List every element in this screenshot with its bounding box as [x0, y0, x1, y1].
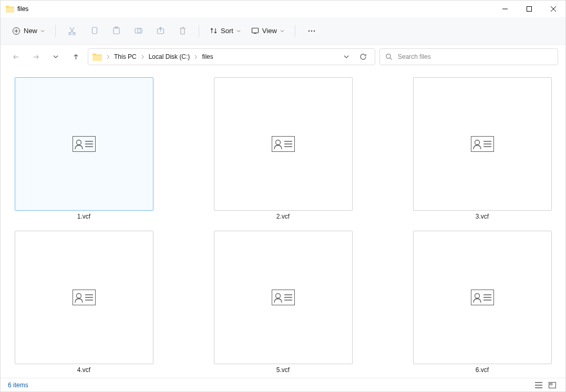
- toolbar: New: [1, 17, 565, 45]
- file-thumbnail: [15, 77, 153, 211]
- file-item[interactable]: 1.vcf: [8, 77, 160, 220]
- file-name: 4.vcf: [77, 366, 90, 374]
- breadcrumb-label: This PC: [114, 53, 137, 60]
- new-button[interactable]: New: [8, 24, 49, 38]
- file-thumbnail: [15, 231, 153, 364]
- search-input[interactable]: [398, 53, 552, 60]
- chevron-down-icon: [280, 29, 284, 33]
- file-item[interactable]: 2.vcf: [207, 77, 359, 220]
- cut-icon: [67, 26, 77, 36]
- chevron-down-icon: [344, 54, 349, 59]
- thumbnails-view-icon: [549, 382, 556, 388]
- recent-button[interactable]: [48, 49, 64, 65]
- toolbar-separator: [55, 25, 56, 37]
- search-icon: [385, 53, 393, 60]
- svg-point-12: [311, 30, 312, 31]
- folder-icon: [92, 53, 102, 61]
- delete-button[interactable]: [172, 22, 192, 40]
- chevron-down-icon: [53, 54, 58, 59]
- svg-point-2: [69, 32, 71, 34]
- address-dropdown-button[interactable]: [340, 50, 353, 63]
- svg-rect-10: [252, 28, 258, 33]
- forward-button[interactable]: [28, 49, 44, 65]
- svg-point-24: [275, 294, 280, 298]
- view-button[interactable]: View: [247, 24, 289, 38]
- window-controls: [493, 1, 565, 17]
- trash-icon: [178, 26, 187, 35]
- address-bar[interactable]: This PC Local Disk (C:) files: [88, 48, 375, 65]
- breadcrumb-item[interactable]: This PC: [112, 52, 139, 61]
- up-button[interactable]: [68, 49, 84, 65]
- plus-circle-icon: [12, 27, 20, 35]
- status-bar: 6 items: [1, 378, 565, 391]
- contact-card-icon: [471, 136, 494, 152]
- contact-card-icon: [272, 290, 295, 305]
- window-title: files: [17, 5, 28, 13]
- contact-card-icon: [73, 136, 96, 152]
- contact-card-icon: [73, 290, 96, 305]
- arrow-left-icon: [12, 53, 20, 61]
- copy-button[interactable]: [84, 22, 104, 40]
- breadcrumb-item[interactable]: files: [200, 52, 215, 61]
- details-view-button[interactable]: [533, 380, 544, 390]
- rename-icon: [134, 26, 143, 35]
- contact-card-icon: [272, 136, 295, 152]
- close-button[interactable]: [541, 1, 565, 17]
- file-name: 5.vcf: [276, 366, 290, 374]
- arrow-up-icon: [72, 53, 80, 61]
- content-area[interactable]: 1.vcf 2.vcf 3.vcf 4.vcf 5.vcf 6.vcf: [1, 69, 565, 378]
- search-box[interactable]: [379, 48, 558, 65]
- file-item[interactable]: 5.vcf: [207, 231, 359, 374]
- refresh-button[interactable]: [357, 50, 369, 63]
- file-item[interactable]: 3.vcf: [406, 77, 558, 220]
- svg-point-11: [308, 30, 310, 31]
- view-label: View: [262, 27, 277, 35]
- breadcrumb-label: files: [202, 53, 213, 60]
- svg-point-26: [475, 294, 479, 298]
- back-button[interactable]: [8, 49, 24, 65]
- svg-point-3: [73, 32, 75, 34]
- thumbnails-view-button[interactable]: [547, 380, 558, 390]
- svg-point-14: [386, 54, 390, 58]
- copy-icon: [90, 26, 99, 35]
- details-view-icon: [535, 382, 542, 388]
- breadcrumb-label: Local Disk (C:): [149, 53, 190, 60]
- chevron-down-icon: [40, 29, 45, 33]
- more-button[interactable]: [302, 22, 322, 40]
- svg-point-13: [314, 30, 315, 31]
- paste-icon: [112, 26, 121, 35]
- minimize-button[interactable]: [493, 1, 517, 17]
- file-thumbnail: [413, 77, 552, 211]
- rename-button[interactable]: [128, 22, 148, 40]
- maximize-button[interactable]: [517, 1, 541, 17]
- status-right: [533, 380, 558, 390]
- chevron-right-icon: [193, 55, 199, 59]
- breadcrumb-item[interactable]: Local Disk (C:): [147, 52, 192, 61]
- file-name: 2.vcf: [276, 213, 290, 220]
- share-button[interactable]: [150, 22, 170, 40]
- toolbar-separator: [199, 25, 199, 37]
- svg-point-16: [76, 140, 81, 145]
- file-name: 1.vcf: [77, 213, 90, 220]
- file-grid: 1.vcf 2.vcf 3.vcf 4.vcf 5.vcf 6.vcf: [8, 77, 558, 374]
- status-text: 6 items: [8, 381, 28, 389]
- folder-icon: [6, 5, 14, 13]
- address-bar-right: [340, 50, 372, 63]
- paste-button[interactable]: [106, 22, 126, 40]
- chevron-down-icon: [236, 29, 241, 33]
- view-icon: [251, 27, 259, 35]
- svg-point-20: [475, 140, 479, 145]
- svg-point-22: [76, 294, 81, 298]
- file-item[interactable]: 6.vcf: [406, 231, 558, 374]
- file-thumbnail: [413, 231, 552, 364]
- svg-rect-8: [138, 28, 142, 33]
- cut-button[interactable]: [62, 22, 82, 40]
- file-name: 3.vcf: [476, 213, 489, 220]
- sort-button[interactable]: Sort: [205, 24, 245, 38]
- sort-icon: [210, 27, 218, 35]
- svg-rect-4: [92, 27, 97, 34]
- file-item[interactable]: 4.vcf: [8, 231, 160, 374]
- share-icon: [156, 26, 165, 35]
- sort-label: Sort: [221, 27, 233, 35]
- toolbar-separator: [295, 25, 295, 37]
